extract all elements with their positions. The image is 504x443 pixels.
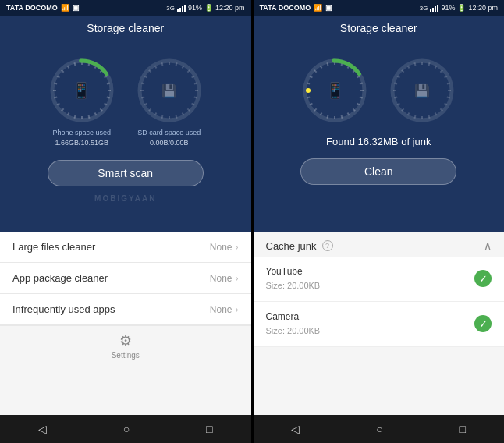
svg-line-75 bbox=[328, 62, 328, 66]
carrier-left: TATA DOCOMO bbox=[6, 4, 58, 12]
chevron-infrequent: › bbox=[236, 304, 239, 315]
svg-line-61 bbox=[353, 108, 356, 111]
svg-line-6 bbox=[107, 83, 110, 83]
svg-line-44 bbox=[141, 97, 144, 98]
svg-line-63 bbox=[342, 115, 343, 119]
carrier-right: TATA DOCOMO bbox=[260, 4, 311, 12]
rbar2 bbox=[432, 8, 434, 12]
svg-line-38 bbox=[176, 115, 176, 119]
svg-line-32 bbox=[194, 83, 197, 83]
info-icon: ? bbox=[322, 240, 333, 251]
svg-line-59 bbox=[360, 97, 363, 98]
camera-size: Size: 20.00KB bbox=[266, 324, 321, 338]
settings-gear-icon: ⚙ bbox=[119, 332, 132, 349]
svg-line-65 bbox=[328, 115, 328, 119]
svg-line-92 bbox=[415, 115, 416, 119]
bar2 bbox=[179, 8, 181, 12]
svg-line-102 bbox=[415, 62, 416, 66]
status-left-right: TATA DOCOMO 📶 ▣ bbox=[260, 4, 333, 12]
junk-found-text: Found 16.32MB of junk bbox=[326, 136, 431, 147]
time-left: 12:20 pm bbox=[215, 4, 245, 12]
app-header-right: Storage cleaner bbox=[254, 16, 505, 41]
svg-line-86 bbox=[447, 97, 450, 98]
sd-circle-right-wrapper: 💾 bbox=[388, 56, 456, 125]
svg-line-98 bbox=[395, 83, 398, 83]
battery-icon-right: 🔋 bbox=[457, 4, 466, 12]
app-package-label: App package cleaner bbox=[12, 272, 108, 284]
phone-circle-right-wrapper: 📱 bbox=[300, 56, 369, 125]
wifi-icon-right: 📶 bbox=[314, 4, 322, 12]
large-files-value: None bbox=[210, 242, 232, 253]
svg-line-67 bbox=[314, 108, 317, 111]
app-title-left: Storage cleaner bbox=[87, 22, 164, 34]
svg-line-12 bbox=[88, 115, 89, 119]
youtube-info: YouTube Size: 20.00KB bbox=[266, 264, 321, 293]
svg-line-8 bbox=[107, 97, 110, 98]
svg-line-69 bbox=[307, 97, 311, 98]
recent-button-left[interactable]: □ bbox=[206, 423, 212, 435]
bar1 bbox=[177, 9, 179, 12]
app-package-right: None › bbox=[210, 273, 239, 284]
settings-area[interactable]: ⚙ Settings bbox=[0, 325, 251, 366]
home-button-left[interactable]: ○ bbox=[123, 423, 130, 435]
app-title-right: Storage cleaner bbox=[340, 22, 417, 34]
svg-line-40 bbox=[161, 115, 162, 119]
back-button-right[interactable]: ◁ bbox=[291, 423, 300, 435]
sd-label: SD card space used 0.00B/0.00B bbox=[137, 128, 201, 147]
sd-circle-wrapper: 💾 bbox=[135, 56, 204, 125]
app-header-left: Storage cleaner bbox=[0, 16, 251, 41]
sd-icon: 💾 bbox=[161, 83, 177, 98]
svg-line-10 bbox=[100, 108, 102, 111]
svg-line-48 bbox=[149, 70, 151, 73]
phone-circle-wrapper: 📱 bbox=[48, 56, 116, 125]
main-area-left: 📱 Phone space used 1.66GB/10.51GB bbox=[0, 41, 251, 232]
svg-line-30 bbox=[187, 70, 190, 73]
svg-line-36 bbox=[187, 108, 190, 111]
svg-line-28 bbox=[176, 62, 176, 66]
list-item-app-package[interactable]: App package cleaner None › bbox=[0, 263, 251, 294]
svg-line-14 bbox=[74, 115, 75, 119]
cache-junk-section-header[interactable]: Cache junk ? ∧ bbox=[254, 232, 505, 257]
status-bar-right: TATA DOCOMO 📶 ▣ 3G 91% 🔋 12:20 pm bbox=[254, 0, 505, 16]
rbar3 bbox=[435, 6, 436, 12]
list-item-camera: Camera Size: 20.00KB ✓ bbox=[254, 302, 505, 347]
svg-line-82 bbox=[441, 70, 443, 73]
left-screen: TATA DOCOMO 📶 ▣ 3G 91% 🔋 12:20 pm Storag… bbox=[0, 0, 251, 443]
battery-right: 91% bbox=[441, 4, 455, 12]
clean-button[interactable]: Clean bbox=[300, 158, 456, 185]
list-item-infrequent[interactable]: Infrequently used apps None › bbox=[0, 294, 251, 325]
svg-line-100 bbox=[402, 70, 404, 73]
main-area-right: 📱 bbox=[254, 41, 505, 232]
rbar1 bbox=[430, 9, 431, 12]
signal-bars-right bbox=[430, 4, 438, 12]
large-files-label: Large files cleaner bbox=[12, 241, 95, 253]
nav-bar-right: ◁ ○ □ bbox=[254, 415, 505, 443]
large-files-right: None › bbox=[210, 242, 239, 253]
back-button-left[interactable]: ◁ bbox=[38, 423, 47, 435]
recent-button-right[interactable]: □ bbox=[460, 423, 466, 435]
right-list-area: Cache junk ? ∧ YouTube Size: 20.00KB ✓ C… bbox=[254, 232, 505, 415]
battery-icon-left: 🔋 bbox=[204, 4, 213, 12]
svg-line-20 bbox=[54, 83, 57, 83]
svg-line-16 bbox=[62, 108, 64, 111]
svg-line-80 bbox=[429, 62, 430, 66]
youtube-checkmark[interactable]: ✓ bbox=[474, 270, 492, 287]
data-type-left: 3G bbox=[166, 5, 175, 12]
smart-scan-button[interactable]: Smart scan bbox=[48, 160, 204, 186]
section-chevron-icon[interactable]: ∧ bbox=[484, 239, 492, 252]
sd-label-text: SD card space used bbox=[137, 128, 201, 138]
svg-line-84 bbox=[447, 83, 450, 83]
sd-icon-right: 💾 bbox=[414, 83, 430, 98]
phone-label-text: Phone space used bbox=[52, 128, 111, 138]
phone-value: 1.66GB/10.51GB bbox=[52, 138, 111, 148]
bar3 bbox=[182, 6, 183, 12]
sim-icon-left: ▣ bbox=[73, 4, 80, 12]
sd-circle-right-container: 💾 bbox=[388, 56, 456, 125]
watermark-left: MOBIGYAAN bbox=[94, 194, 156, 203]
svg-line-57 bbox=[360, 83, 363, 83]
camera-checkmark[interactable]: ✓ bbox=[474, 315, 492, 332]
home-button-right[interactable]: ○ bbox=[376, 423, 382, 435]
phone-circle-right-container: 📱 bbox=[300, 56, 369, 125]
list-item-large-files[interactable]: Large files cleaner None › bbox=[0, 232, 251, 263]
status-bar-left: TATA DOCOMO 📶 ▣ 3G 91% 🔋 12:20 pm bbox=[0, 0, 251, 16]
